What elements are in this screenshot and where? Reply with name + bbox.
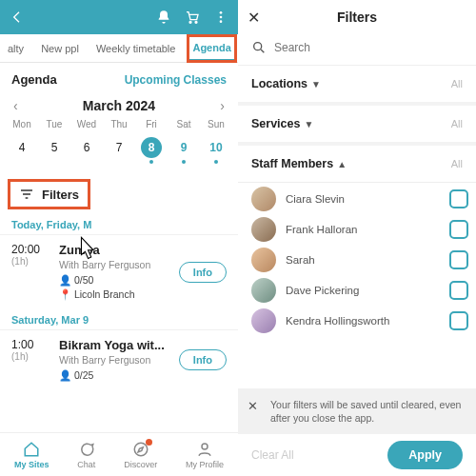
date-row: 4 5 6 7 8 9 10 — [0, 129, 238, 177]
day-8[interactable]: 8 — [135, 133, 168, 168]
nav-discover[interactable]: Discover — [124, 441, 157, 469]
info-button[interactable]: Info — [179, 349, 227, 370]
checkbox[interactable] — [449, 281, 468, 300]
day-7[interactable]: 7 — [103, 133, 135, 168]
sat-label: Saturday, Mar 9 — [0, 310, 238, 329]
chat-icon — [78, 441, 95, 458]
close-icon[interactable]: ✕ — [248, 9, 260, 27]
close-icon[interactable]: ✕ — [248, 398, 258, 415]
day-4[interactable]: 4 — [6, 133, 38, 168]
staff-row[interactable]: Sarah — [251, 248, 468, 272]
search-input[interactable] — [274, 41, 463, 54]
apply-button[interactable]: Apply — [387, 441, 463, 469]
filter-locations[interactable]: Locations▼ All — [238, 66, 476, 106]
svg-point-4 — [220, 20, 223, 23]
filter-icon — [19, 187, 34, 202]
avatar — [251, 278, 276, 303]
svg-point-7 — [254, 43, 262, 50]
staff-row[interactable]: Frank Halloran — [251, 217, 468, 242]
filter-services[interactable]: Services▼ All — [238, 106, 476, 146]
chevron-down-icon: ▼ — [311, 79, 321, 89]
svg-point-6 — [202, 444, 208, 449]
next-month[interactable]: › — [220, 98, 225, 113]
staff-row[interactable]: Dave Pickering — [251, 278, 468, 303]
avatar — [251, 217, 276, 242]
weekday-row: MonTueWedThuFriSatSun — [0, 119, 238, 129]
bell-icon[interactable] — [156, 10, 171, 25]
nav-profile[interactable]: My Profile — [186, 441, 224, 469]
pin-icon: 📍 — [59, 288, 71, 300]
info-button[interactable]: Info — [179, 262, 227, 283]
svg-point-5 — [134, 443, 148, 456]
tab-loyalty[interactable]: alty — [4, 37, 28, 60]
page-title: Agenda — [11, 72, 57, 87]
cart-icon[interactable] — [185, 10, 200, 25]
month-label: March 2024 — [83, 98, 155, 113]
clear-all-button[interactable]: Clear All — [251, 448, 294, 462]
top-tabs: alty New ppl Weekly timetable Agenda — [0, 34, 238, 63]
tab-new-ppl[interactable]: New ppl — [37, 37, 83, 60]
tab-agenda[interactable]: Agenda — [188, 36, 234, 61]
upcoming-link[interactable]: Upcoming Classes — [125, 73, 227, 87]
prev-month[interactable]: ‹ — [13, 98, 18, 113]
staff-row[interactable]: Ciara Slevin — [251, 187, 468, 211]
staff-list: Ciara Slevin Frank Halloran Sarah Dave P… — [238, 183, 476, 333]
profile-icon — [196, 441, 213, 458]
chevron-up-icon: ▲ — [337, 159, 347, 169]
search-icon — [251, 40, 267, 55]
avatar — [251, 248, 276, 272]
filters-label: Filters — [42, 188, 79, 202]
checkbox[interactable] — [449, 189, 468, 208]
back-icon[interactable] — [10, 10, 25, 25]
kebab-icon[interactable] — [213, 10, 228, 25]
home-icon — [23, 441, 40, 458]
person-icon: 👤 — [59, 369, 71, 381]
svg-point-3 — [220, 16, 223, 19]
checkbox[interactable] — [449, 250, 468, 269]
class-instructor: With Barry Ferguson — [59, 354, 169, 366]
filters-title: Filters — [337, 10, 377, 25]
nav-chat[interactable]: Chat — [77, 441, 95, 469]
app-topbar — [0, 0, 238, 34]
day-10[interactable]: 10 — [200, 133, 232, 168]
chevron-down-icon: ▼ — [304, 119, 313, 129]
checkbox[interactable] — [449, 311, 468, 330]
svg-point-1 — [195, 21, 197, 23]
class-name: Bikram Yoga wit... — [59, 338, 169, 352]
search-row[interactable] — [238, 34, 476, 66]
filter-staff[interactable]: Staff Members▲ All — [238, 146, 476, 183]
filters-button[interactable]: Filters — [10, 181, 89, 208]
day-9[interactable]: 9 — [168, 133, 200, 168]
svg-point-0 — [189, 21, 191, 23]
staff-row[interactable]: Kendra Hollingsworth — [251, 308, 468, 333]
today-label: Today, Friday, M — [0, 215, 238, 234]
avatar — [251, 187, 276, 211]
person-icon: 👤 — [59, 274, 71, 286]
class-item-bikram[interactable]: 1:00(1h) Bikram Yoga wit... With Barry F… — [0, 329, 238, 391]
compass-icon — [132, 441, 149, 458]
day-5[interactable]: 5 — [38, 133, 70, 168]
filters-toast: ✕ Your filters will be saved until clear… — [238, 388, 476, 434]
class-item-zumba[interactable]: 20:00(1h) Zumba With Barry Ferguson 👤 0/… — [0, 234, 238, 310]
nav-my-sites[interactable]: My Sites — [14, 441, 50, 469]
checkbox[interactable] — [449, 220, 468, 239]
tab-weekly[interactable]: Weekly timetable — [92, 37, 180, 60]
class-name: Zumba — [59, 243, 169, 257]
svg-point-2 — [220, 11, 223, 14]
day-6[interactable]: 6 — [70, 133, 103, 168]
bottom-nav: My Sites Chat Discover My Profile — [0, 432, 238, 476]
avatar — [251, 308, 276, 333]
class-instructor: With Barry Ferguson — [59, 259, 169, 270]
